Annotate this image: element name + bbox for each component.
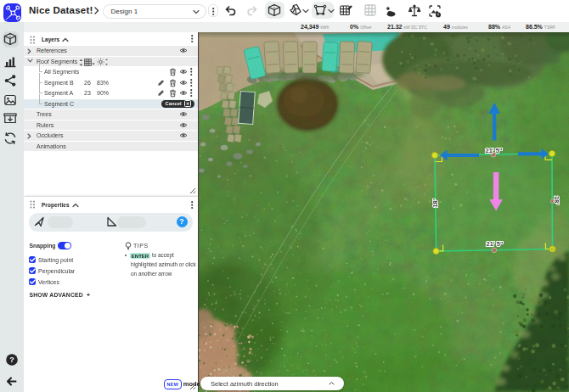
svg-text:21' 5": 21' 5" bbox=[487, 240, 504, 248]
svg-text:21' 5": 21' 5" bbox=[486, 147, 503, 154]
svg-text:18': 18' bbox=[431, 199, 439, 207]
svg-text:?: ? bbox=[9, 356, 14, 364]
svg-text:18': 18' bbox=[553, 196, 561, 204]
